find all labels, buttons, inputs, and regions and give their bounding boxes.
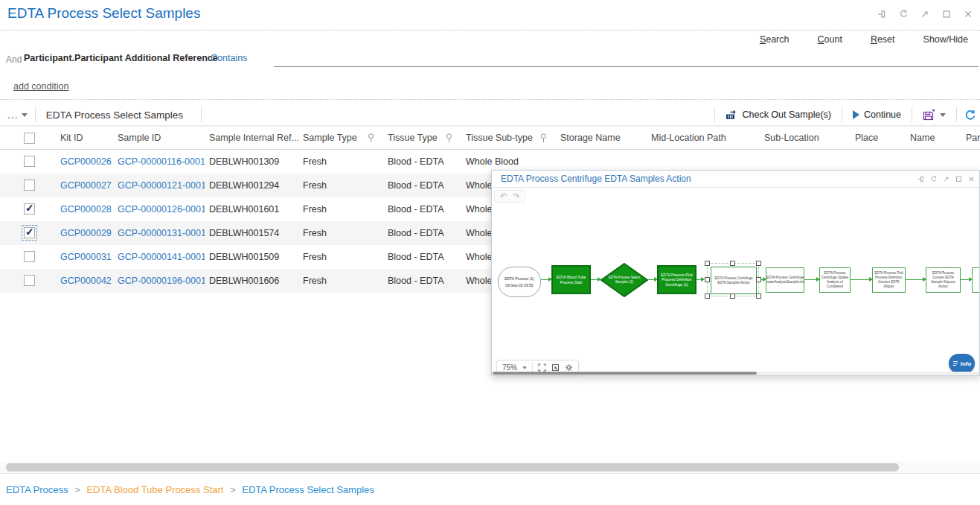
flow-node-create-analysis-sample-links[interactable]: EDTA Process Centrifuge CreateAnalysisSa…: [766, 267, 804, 293]
scrollbar-thumb[interactable]: [493, 372, 757, 375]
more-actions-button[interactable]: ...: [7, 109, 28, 121]
kit-id-link[interactable]: GCP000026: [60, 156, 112, 167]
resize-handle[interactable]: [756, 293, 761, 299]
resize-handle[interactable]: [730, 261, 735, 266]
kit-id-link[interactable]: GCP000028: [60, 204, 112, 215]
flow-node-select-samples-decision[interactable]: EDTA Process Select Samples (2): [601, 263, 648, 297]
resize-handle[interactable]: [730, 293, 735, 299]
popout-icon[interactable]: [920, 10, 929, 19]
continue-button[interactable]: Continue: [850, 109, 904, 120]
column-header-storage-name[interactable]: Storage Name: [556, 127, 647, 150]
show-hide-button[interactable]: Show/Hide: [923, 34, 968, 45]
sample-internal-ref-cell: DEBLWH001309: [205, 150, 298, 174]
close-icon[interactable]: [968, 176, 975, 182]
row-checkbox[interactable]: [24, 156, 35, 167]
kit-id-link[interactable]: GCP000031: [60, 252, 112, 262]
filter-pin-icon[interactable]: [368, 133, 374, 143]
sample-id-link[interactable]: GCP-00000121-0001: [118, 180, 205, 191]
column-header-kit-id[interactable]: Kit ID: [56, 127, 113, 150]
filter-pin-icon[interactable]: [540, 133, 547, 143]
flow-node-blood-tube-process-start[interactable]: EDTA Blood Tube Process Start: [551, 265, 591, 294]
search-panel: Search Count Reset Show/Hide And Partici…: [0, 30, 980, 100]
sample-type-cell: Fresh: [298, 197, 383, 221]
refresh-grid-button[interactable]: [964, 109, 976, 121]
resize-handle[interactable]: [705, 261, 710, 266]
fit-screen-icon[interactable]: [538, 363, 546, 372]
resize-handle[interactable]: [756, 261, 761, 266]
column-header-participant[interactable]: Parti: [961, 127, 980, 150]
condition-operator[interactable]: Contains: [211, 53, 247, 63]
flow-node-centrifuge-edta-samples-action[interactable]: EDTA Process Centrifuge EDTA Samples Act…: [711, 267, 757, 294]
popout-icon[interactable]: [943, 176, 949, 182]
breadcrumb-edta-blood-tube-process-start[interactable]: EDTA Blood Tube Process Start: [86, 484, 223, 495]
filter-pin-icon[interactable]: [446, 133, 452, 143]
row-checkbox[interactable]: [24, 180, 35, 191]
breadcrumb-separator: >: [74, 484, 80, 495]
sample-internal-ref-cell: DEBLWH001606: [205, 269, 298, 293]
sample-id-link[interactable]: GCP-00000131-0001: [118, 228, 205, 238]
column-header-mid-location-path[interactable]: Mid-Location Path: [647, 127, 760, 150]
info-button[interactable]: Info: [949, 354, 975, 373]
sample-id-link[interactable]: GCP-00000126-0001: [118, 204, 205, 215]
overlay-title: EDTA Process Centrifuge EDTA Samples Act…: [501, 174, 691, 184]
chevron-down-icon[interactable]: [522, 366, 527, 372]
workflow-diagram: EDTA Process (1) 08-Sep-22 09:55 EDTA Bl…: [492, 188, 979, 368]
fit-content-icon[interactable]: [551, 363, 560, 372]
column-header-place[interactable]: Place: [851, 127, 906, 150]
play-icon: [853, 110, 859, 119]
check-out-samples-button[interactable]: Check Out Sample(s): [723, 109, 833, 120]
diagram-horizontal-scrollbar[interactable]: [492, 372, 979, 375]
row-checkbox[interactable]: [24, 203, 35, 215]
kit-id-link[interactable]: GCP000027: [60, 180, 112, 191]
column-header-sample-type[interactable]: Sample Type: [298, 127, 383, 150]
close-icon[interactable]: [964, 10, 973, 19]
flow-node-pick-process-definition-convert-edta-aliquot[interactable]: EDTA Process Pick Process Definition Con…: [872, 267, 906, 293]
select-all-checkbox[interactable]: [24, 133, 35, 144]
row-checkbox[interactable]: [24, 275, 35, 286]
settings-gear-icon[interactable]: [565, 363, 573, 372]
pin-icon[interactable]: [877, 10, 886, 19]
column-header-sample-internal-ref[interactable]: Sample Internal Ref...: [205, 127, 298, 150]
add-condition-link[interactable]: add condition: [13, 81, 68, 92]
resize-handle[interactable]: [705, 277, 710, 282]
kit-id-link[interactable]: GCP000029: [60, 228, 112, 238]
maximize-icon[interactable]: [942, 10, 951, 19]
flow-node-pick-process-definition-centrifuge[interactable]: EDTA Process Pick Process Definition Cen…: [657, 265, 696, 294]
pin-icon[interactable]: [917, 176, 924, 182]
tissue-type-cell: Blood - EDTA: [383, 197, 461, 221]
flow-node-partial[interactable]: [972, 267, 979, 293]
divider: [35, 107, 36, 122]
reset-button[interactable]: Reset: [871, 34, 895, 45]
resize-handle[interactable]: [705, 293, 710, 299]
column-header-name[interactable]: Name: [906, 127, 961, 150]
flow-node-start[interactable]: EDTA Process (1) 08-Sep-22 09:55: [498, 267, 541, 297]
breadcrumb-edta-process-select-samples[interactable]: EDTA Process Select Samples: [242, 484, 374, 495]
column-header-sample-id[interactable]: Sample ID: [113, 127, 205, 150]
horizontal-scrollbar[interactable]: [0, 461, 980, 474]
resize-handle[interactable]: [756, 277, 761, 282]
search-button[interactable]: Search: [760, 34, 790, 45]
sample-id-link[interactable]: GCP-00000196-0001: [118, 276, 205, 286]
count-button[interactable]: Count: [818, 34, 842, 45]
kit-id-link[interactable]: GCP000042: [60, 276, 112, 286]
sample-id-link[interactable]: GCP-00000116-0001: [118, 156, 205, 167]
column-header-sub-location[interactable]: Sub-Location: [760, 127, 851, 150]
column-header-tissue-type[interactable]: Tissue Type: [383, 127, 461, 150]
row-checkbox[interactable]: [24, 227, 35, 238]
flow-node-convert-edta-sample-aliquots-action[interactable]: EDTA Process Convert EDTA Sample Aliquot…: [926, 267, 961, 293]
flow-node-update-analysis-of-completed[interactable]: EDTA Process Centrifuge Update Analysis …: [819, 267, 851, 293]
refresh-icon[interactable]: [899, 10, 908, 19]
maximize-icon[interactable]: [955, 176, 962, 182]
condition-value-input[interactable]: [274, 53, 979, 67]
condition-field[interactable]: Participant.Participant Additional Refer…: [24, 53, 218, 63]
refresh-icon[interactable]: [930, 176, 937, 182]
row-checkbox[interactable]: [24, 251, 35, 262]
column-header-tissue-sub-type[interactable]: Tissue Sub-type: [461, 127, 556, 150]
zoom-level-select[interactable]: 75%: [502, 363, 517, 372]
scrollbar-thumb[interactable]: [6, 463, 899, 471]
divider: [912, 107, 912, 122]
save-layout-button[interactable]: [920, 109, 949, 121]
sample-id-link[interactable]: GCP-00000141-0001: [118, 252, 205, 262]
breadcrumb-edta-process[interactable]: EDTA Process: [6, 484, 68, 495]
condition-conjunction[interactable]: And: [6, 54, 22, 65]
